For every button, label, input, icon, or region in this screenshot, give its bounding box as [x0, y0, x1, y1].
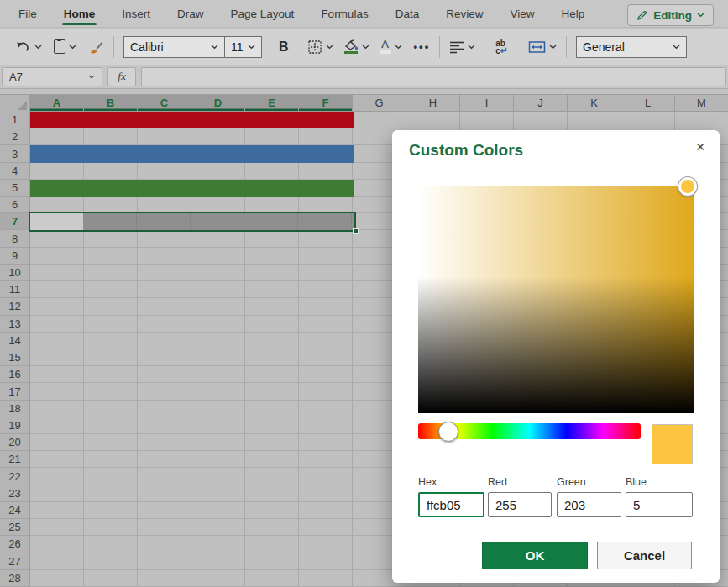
row-header-22[interactable]: 22: [0, 468, 30, 485]
tab-view[interactable]: View: [496, 0, 547, 27]
formula-input[interactable]: [141, 67, 726, 86]
column-header-E[interactable]: E: [245, 95, 299, 112]
row-header-13[interactable]: 13: [0, 316, 30, 333]
hue-slider-thumb[interactable]: [438, 422, 458, 442]
column-header-J[interactable]: J: [514, 95, 568, 112]
row-header-15[interactable]: 15: [0, 349, 30, 366]
tab-insert[interactable]: Insert: [108, 0, 164, 27]
pencil-icon: [636, 9, 648, 21]
column-header-M[interactable]: M: [675, 95, 728, 112]
column-header-D[interactable]: D: [191, 95, 245, 112]
bold-button[interactable]: B: [279, 39, 289, 55]
row-header-16[interactable]: 16: [0, 366, 30, 383]
row-header-14[interactable]: 14: [0, 333, 30, 349]
hex-label: Hex: [418, 476, 437, 488]
row-header-21[interactable]: 21: [0, 451, 30, 468]
name-box[interactable]: A7: [2, 67, 102, 86]
alignment-button[interactable]: [449, 40, 475, 54]
row-header-20[interactable]: 20: [0, 434, 30, 451]
custom-colors-dialog: Custom Colors ✕ Hex Red Green Blue OK Ca…: [392, 130, 720, 583]
tab-draw[interactable]: Draw: [164, 0, 217, 27]
row-header-24[interactable]: 24: [0, 502, 30, 519]
column-header-B[interactable]: B: [84, 95, 138, 112]
insert-function-button[interactable]: fx: [107, 67, 136, 86]
row-header-6[interactable]: 6: [0, 197, 30, 213]
number-format-value: General: [583, 40, 625, 54]
format-painter-button[interactable]: [88, 39, 104, 55]
green-label: Green: [557, 476, 586, 488]
column-header-A[interactable]: A: [30, 95, 84, 112]
wrap-text-icon: ab c↵: [495, 39, 508, 55]
row-header-7[interactable]: 7: [0, 213, 30, 230]
row-header-27[interactable]: 27: [0, 553, 30, 570]
borders-button[interactable]: [307, 39, 333, 55]
select-all-corner[interactable]: [0, 95, 30, 112]
selection-range[interactable]: [29, 212, 356, 232]
more-font-options-button[interactable]: •••: [414, 40, 431, 53]
color-picker-handle[interactable]: [678, 177, 697, 196]
column-header-I[interactable]: I: [460, 95, 514, 112]
tab-page-layout[interactable]: Page Layout: [217, 0, 308, 27]
row-header-5[interactable]: 5: [0, 180, 30, 197]
ok-button[interactable]: OK: [482, 542, 588, 569]
column-header-G[interactable]: G: [353, 95, 406, 112]
column-header-L[interactable]: L: [621, 95, 675, 112]
chevron-down-icon: [362, 45, 369, 50]
selected-cells[interactable]: [83, 213, 354, 230]
row-header-2[interactable]: 2: [0, 128, 30, 145]
row-header-17[interactable]: 17: [0, 383, 30, 400]
tab-help[interactable]: Help: [547, 0, 598, 27]
undo-button[interactable]: [15, 40, 42, 54]
blue-field[interactable]: [626, 492, 693, 517]
separator: [439, 36, 440, 58]
saturation-value-gradient[interactable]: [418, 186, 694, 413]
red-field[interactable]: [488, 492, 552, 517]
active-cell[interactable]: [30, 213, 83, 230]
fill-color-button[interactable]: [343, 39, 369, 55]
row-header-26[interactable]: 26: [0, 536, 30, 553]
row-header-11[interactable]: 11: [0, 281, 30, 298]
font-color-button[interactable]: A: [380, 39, 402, 54]
row-header-18[interactable]: 18: [0, 401, 30, 417]
close-icon[interactable]: ✕: [689, 136, 711, 158]
hex-field[interactable]: [418, 492, 484, 517]
paste-button[interactable]: [54, 39, 76, 54]
blue-label: Blue: [626, 476, 647, 488]
row-header-9[interactable]: 9: [0, 248, 30, 265]
row-header-1[interactable]: 1: [0, 112, 30, 128]
font-size-value: 11: [231, 40, 244, 54]
ribbon-toolbar: Calibri 11 B A: [0, 29, 728, 65]
row-header-23[interactable]: 23: [0, 485, 30, 502]
column-header-K[interactable]: K: [568, 95, 621, 112]
row-header-12[interactable]: 12: [0, 298, 30, 315]
editing-mode-button[interactable]: Editing: [627, 4, 714, 26]
cancel-button[interactable]: Cancel: [597, 542, 692, 569]
fill-handle[interactable]: [353, 228, 359, 234]
row-header-10[interactable]: 10: [0, 265, 30, 281]
selected-color-swatch: [652, 424, 693, 464]
tab-file[interactable]: File: [5, 0, 50, 27]
row-header-3[interactable]: 3: [0, 145, 30, 162]
row-header-4[interactable]: 4: [0, 163, 30, 180]
row-header-8[interactable]: 8: [0, 230, 30, 247]
row-header-28[interactable]: 28: [0, 570, 30, 587]
wrap-text-button[interactable]: ab c↵: [495, 39, 508, 55]
column-header-H[interactable]: H: [406, 95, 460, 112]
number-format-select[interactable]: General: [576, 36, 687, 58]
bold-label: B: [279, 39, 289, 55]
borders-icon: [307, 39, 322, 55]
tab-home[interactable]: Home: [50, 0, 109, 27]
font-name-select[interactable]: Calibri: [123, 36, 225, 58]
column-header-C[interactable]: C: [138, 95, 191, 112]
tab-data[interactable]: Data: [382, 0, 433, 27]
tab-formulas[interactable]: Formulas: [307, 0, 381, 27]
font-size-select[interactable]: 11: [224, 36, 262, 58]
grid-row-cells[interactable]: [30, 112, 728, 128]
row-header-19[interactable]: 19: [0, 417, 30, 434]
column-header-F[interactable]: F: [299, 95, 353, 112]
green-field[interactable]: [557, 492, 621, 517]
tab-review[interactable]: Review: [432, 0, 496, 27]
row-header-25[interactable]: 25: [0, 519, 30, 536]
format-painter-icon: [88, 39, 104, 55]
merge-cells-button[interactable]: [528, 40, 557, 54]
